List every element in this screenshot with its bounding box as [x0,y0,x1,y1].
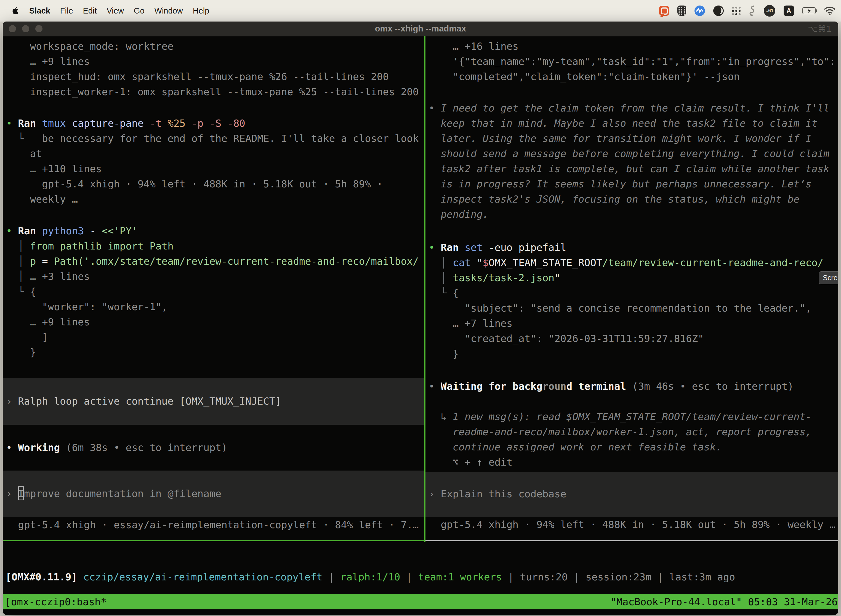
terminal-row: … +16 lines [425,39,838,54]
terminal-row: inspect task2's JSON, focusing on the st… [425,192,838,207]
terminal-block: ↳ 1 new msg(s): read $OMX_TEAM_STATE_ROO… [425,409,838,470]
terminal-row: • Ran python3 - <<'PY' [3,223,424,238]
prompt-input-left[interactable]: › Improve documentation in @filename [3,471,424,517]
terminal-row: gpt-5.4 xhigh · 94% left · 488K in · 5.1… [3,176,424,192]
apple-icon[interactable] [12,7,19,15]
zigzag-app-icon[interactable] [694,6,705,16]
terminal-row: at [3,146,424,161]
terminal-row: workspace_mode: worktree [3,39,424,54]
tmux-session-label: [omx-cczip0:bash* [3,596,107,607]
menu-item-go[interactable]: Go [134,6,145,15]
terminal-row: • Ran tmux capture-pane -t %25 -p -S -80 [3,116,424,131]
menu-bar: Slack FileEditViewGoWindowHelp ..61 A [0,0,841,22]
terminal-row: "worker": "worker-1", [3,299,424,314]
terminal-row: ↳ 1 new msg(s): read $OMX_TEAM_STATE_ROO… [425,409,838,424]
terminal-block: workspace_mode: worktree … +9 lines insp… [3,39,424,99]
terminal-row: … +7 lines [425,316,838,331]
crescent-app-icon[interactable] [713,6,724,16]
menu-items: FileEditViewGoWindowHelp [60,6,210,15]
terminal-block: • I need to get the claim token from the… [425,100,838,222]
tmux-pane-right[interactable]: … +16 lines '{"team_name":"my-team","tas… [425,36,838,541]
terminal-row: "subject": "send a concise recommendatio… [425,301,838,316]
pane-divider-bottom-right [425,540,838,541]
menu-item-edit[interactable]: Edit [83,6,97,15]
terminal-row: └ { [3,284,424,299]
tmux-status-bar: [omx-cczip0:bash* "MacBook-Pro-44.local"… [3,594,838,609]
terminal-row: gpt-5.4 xhigh · 94% left · 488K in · 5.1… [425,517,838,532]
input-source-icon[interactable]: A [784,6,794,16]
terminal-row: › Improve documentation in @filename [3,486,424,501]
terminal-row: later. Using the same for transition mig… [425,131,838,146]
squiggle-icon[interactable] [749,5,756,16]
dots-grid-icon[interactable] [732,7,741,15]
tmux-pane-left[interactable]: workspace_mode: worktree … +9 lines insp… [3,36,424,541]
terminal-row: └ be necessary for the end of the README… [3,131,424,146]
terminal-block: gpt-5.4 xhigh · essay/ai-reimplementatio… [3,517,424,532]
window-shortcut: ⌥⌘1 [808,24,832,34]
battery-percent-icon[interactable]: ..61 [764,5,775,16]
grid-shield-icon[interactable] [677,6,686,16]
terminal-block: • Waiting for background terminal (3m 46… [425,378,838,394]
terminal-row: readme-and-reco/mailbox/worker-1.json, a… [425,424,838,439]
terminal-row: is in progress? It seems likely but perh… [425,176,838,192]
terminal-block: • Ran python3 - <<'PY' │ from pathlib im… [3,223,424,360]
terminal-row: … +9 lines [3,54,424,69]
chat-app-icon[interactable] [659,6,669,16]
terminal-row: should send a message before completing … [425,146,838,161]
terminal-row: ] [3,330,424,345]
terminal-row: inspect_worker-1: omx sparkshell --tmux-… [3,84,424,99]
tmux-host-clock: "MacBook-Pro-44.local" 05:03 31-Mar-26 [610,596,838,607]
pane-divider-bottom-left [3,540,424,541]
wifi-icon[interactable] [824,6,835,15]
terminal-window: omx --xhigh --madmax ⌥⌘1 workspace_mode:… [3,22,838,615]
terminal-row: keep that in mind. Maybe I also need the… [425,116,838,131]
terminal-row: │ tasks/task-2.json" [425,270,838,285]
terminal-row: "completed","claim_token":"claim-token"}… [425,69,838,84]
terminal-row: │ from pathlib import Path [3,238,424,254]
terminal-block: • Ran set -euo pipefail │ cat "$OMX_TEAM… [425,240,838,361]
terminal-row: task2 after task1 is complete, but can I… [425,161,838,176]
terminal-row: › Ralph loop active continue [OMX_TMUX_I… [3,393,424,409]
terminal-row: ⌥ + ↑ edit [425,455,838,470]
menu-item-window[interactable]: Window [154,6,183,15]
terminal-row: … +110 lines [3,161,424,176]
menu-app-name[interactable]: Slack [29,6,50,15]
terminal-row: continue assigned work or next feasible … [425,439,838,455]
menu-item-view[interactable]: View [107,6,124,15]
terminal-row: pending. [425,207,838,222]
screen-tooltip: Scre [819,271,838,284]
terminal-row: • I need to get the claim token from the… [425,100,838,116]
terminal-block: • Working (6m 38s • esc to interrupt) [3,440,424,455]
menu-item-help[interactable]: Help [193,6,210,15]
terminal-row: '{"team_name":"my-team","task_id":"1","f… [425,54,838,69]
terminal-block: … +16 lines '{"team_name":"my-team","tas… [425,39,838,84]
terminal-row: inspect_hud: omx sparkshell --tmux-pane … [3,69,424,84]
terminal-row: • Working (6m 38s • esc to interrupt) [3,440,424,455]
terminal-block: gpt-5.4 xhigh · 94% left · 488K in · 5.1… [425,517,838,532]
terminal-row: └ { [425,285,838,301]
terminal-row: │ … +3 lines [3,269,424,284]
ralph-loop-banner[interactable]: › Ralph loop active continue [OMX_TMUX_I… [3,378,424,425]
terminal-row: gpt-5.4 xhigh · essay/ai-reimplementatio… [3,517,424,532]
terminal-block: • Ran tmux capture-pane -t %25 -p -S -80… [3,116,424,207]
terminal-row: "created_at": "2026-03-31T11:59:27.816Z" [425,331,838,346]
title-bar: omx --xhigh --madmax ⌥⌘1 [3,22,838,37]
terminal-row: › Explain this codebase [425,486,838,502]
omx-status-line: [OMX#0.11.9] cczip/essay/ai-reimplementa… [6,571,735,584]
terminal-row: • Ran set -euo pipefail [425,240,838,255]
terminal-row: } [3,345,424,360]
terminal-row: • Waiting for background terminal (3m 46… [425,378,838,394]
terminal-row: } [425,346,838,361]
battery-icon[interactable] [802,7,816,14]
terminal-row: weekly … [3,192,424,207]
prompt-input-right[interactable]: › Explain this codebase [425,472,838,517]
menu-item-file[interactable]: File [60,6,73,15]
window-title: omx --xhigh --madmax [3,24,838,34]
terminal-row: │ cat "$OMX_TEAM_STATE_ROOT/team/review-… [425,255,838,270]
terminal-row: … +9 lines [3,314,424,330]
terminal-row: │ p = Path('.omx/state/team/review-curre… [3,254,424,269]
